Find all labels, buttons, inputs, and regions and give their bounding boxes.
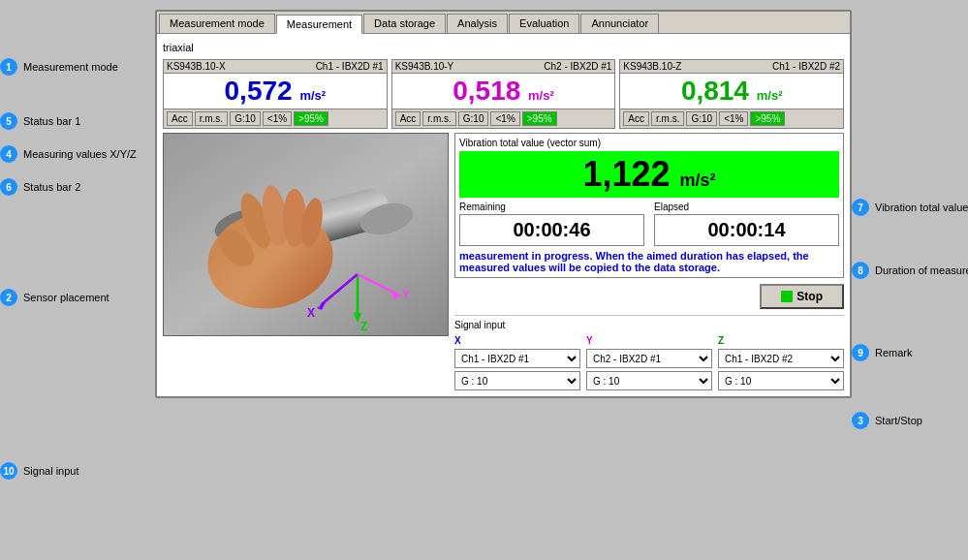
svg-text:Y: Y (402, 288, 410, 301)
label-6-text: Status bar 2 (23, 181, 80, 193)
channel-y-header: KS943B.10-Y Ch2 - IBX2D #1 (392, 60, 615, 74)
signal-z-device-select[interactable]: Ch1 - IBX2D #2 (718, 349, 844, 368)
right-label-8: 8 Duration of measurement (852, 262, 968, 279)
tab-measurement[interactable]: Measurement (276, 15, 362, 34)
label-measuring-values: 4 Measuring values X/Y/Z (0, 145, 155, 163)
status-z-acc[interactable]: Acc (623, 111, 649, 126)
status-x-gain[interactable]: G:10 (230, 111, 261, 126)
mode-row: triaxial (163, 40, 844, 55)
signal-channels: X Ch1 - IBX2D #1 G : 10 Y (454, 335, 844, 390)
signal-y-axis-label: Y (586, 335, 712, 346)
tab-analysis[interactable]: Analysis (447, 14, 508, 33)
channel-z-block: KS943B.10-Z Ch1 - IBX2D #2 0,814 m/s² Ac… (619, 59, 844, 129)
badge-5: 5 (0, 112, 17, 130)
signal-y-device-select[interactable]: Ch2 - IBX2D #1 (586, 349, 712, 368)
stop-label: Stop (796, 290, 823, 303)
main-bottom: Z X Y (163, 133, 844, 390)
badge-6: 6 (0, 178, 17, 196)
status-y-gain[interactable]: G:10 (458, 111, 489, 126)
tab-data-storage[interactable]: Data storage (363, 14, 446, 33)
label-5-text: Status bar 1 (23, 115, 80, 127)
label-9-text: Remark (875, 347, 913, 358)
label-7-text: Vibration total value (875, 202, 968, 213)
right-label-9: 9 Remark (852, 344, 968, 361)
left-labels: 1 Measurement mode 5 Status bar 1 4 Meas… (0, 10, 155, 485)
status-x-lt1[interactable]: <1% (263, 111, 292, 126)
channel-y-device: Ch2 - IBX2D #1 (544, 61, 611, 72)
right-label-7: 7 Vibration total value (852, 199, 968, 216)
label-measurement-mode: 1 Measurement mode (0, 58, 155, 76)
label-status-bar1: 5 Status bar 1 (0, 112, 155, 130)
signal-channel-y: Y Ch2 - IBX2D #1 G : 10 (586, 335, 712, 390)
badge-4: 4 (0, 145, 17, 163)
stop-green-indicator (781, 291, 793, 302)
label-1-text: Measurement mode (23, 61, 118, 73)
signal-input-section: Signal input X Ch1 - IBX2D #1 G : 10 (454, 315, 844, 390)
label-2-text: Sensor placement (23, 292, 109, 303)
signal-y-gain-select[interactable]: G : 10 (586, 371, 712, 390)
elapsed-col: Elapsed 00:00:14 (654, 202, 839, 246)
tab-evaluation[interactable]: Evaluation (509, 14, 579, 33)
label-status-bar2: 6 Status bar 2 (0, 178, 155, 196)
remaining-display: 00:00:46 (459, 214, 644, 246)
status-z-gain[interactable]: G:10 (686, 111, 717, 126)
label-10-text: Signal input (23, 465, 79, 477)
status-z-gt95[interactable]: >95% (750, 111, 785, 126)
status-x-rms[interactable]: r.m.s. (195, 111, 228, 126)
elapsed-display: 00:00:14 (654, 214, 839, 246)
status-y-acc[interactable]: Acc (395, 111, 422, 126)
signal-input-label: Signal input (454, 320, 844, 330)
channel-y-value: 0,518 m/s² (392, 74, 615, 109)
label-4-text: Measuring values X/Y/Z (23, 148, 137, 160)
right-label-3: 3 Start/Stop (852, 412, 968, 429)
channel-x-status: Acc r.m.s. G:10 <1% >95% (164, 109, 387, 128)
status-y-gt95[interactable]: >95% (522, 111, 557, 126)
remaining-col: Remaining 00:00:46 (459, 202, 644, 246)
signal-z-axis-label: Z (718, 335, 844, 346)
badge-10: 10 (0, 462, 17, 480)
badge-9: 9 (852, 344, 869, 361)
stop-button[interactable]: Stop (760, 284, 844, 309)
measurement-grid: KS943B.10-X Ch1 - IBX2D #1 0,572 m/s² Ac… (163, 59, 844, 129)
channel-x-header: KS943B.10-X Ch1 - IBX2D #1 (164, 60, 387, 74)
signal-x-axis-label: X (454, 335, 580, 346)
duration-row: Remaining 00:00:46 Elapsed 00:00:14 (459, 202, 839, 246)
total-value-label: Vibration total value (vector sum) (459, 138, 839, 148)
right-labels: 7 Vibration total value 8 Duration of me… (852, 10, 968, 439)
badge-2: 2 (0, 289, 17, 306)
status-x-acc[interactable]: Acc (167, 111, 193, 126)
tab-bar: Measurement mode Measurement Data storag… (157, 12, 850, 34)
svg-text:Z: Z (360, 320, 367, 333)
status-z-rms[interactable]: r.m.s. (651, 111, 684, 126)
panel-content: triaxial KS943B.10-X Ch1 - IBX2D #1 0,57… (157, 34, 850, 396)
status-y-rms[interactable]: r.m.s. (422, 111, 455, 126)
channel-y-block: KS943B.10-Y Ch2 - IBX2D #1 0,518 m/s² Ac… (391, 59, 616, 129)
status-z-lt1[interactable]: <1% (719, 111, 748, 126)
signal-x-device-select[interactable]: Ch1 - IBX2D #1 (454, 349, 580, 368)
channel-z-status: Acc r.m.s. G:10 <1% >95% (620, 109, 843, 128)
badge-8: 8 (852, 262, 869, 279)
channel-x-value: 0,572 m/s² (164, 74, 387, 109)
channel-z-value: 0,814 m/s² (620, 74, 843, 109)
label-signal-input: 10 Signal input (0, 462, 155, 480)
sensor-placement-image: Z X Y (163, 133, 449, 336)
channel-y-sensor: KS943B.10-Y (395, 61, 454, 72)
label-8-text: Duration of measurement (875, 264, 968, 276)
tab-measurement-mode[interactable]: Measurement mode (159, 14, 275, 33)
mode-value: triaxial (163, 42, 194, 53)
total-value-section: Vibration total value (vector sum) 1,122… (454, 133, 844, 278)
main-panel: Measurement mode Measurement Data storag… (155, 10, 852, 398)
signal-x-gain-select[interactable]: G : 10 (454, 371, 580, 390)
remark-text: measurement in progress. When the aimed … (459, 250, 839, 273)
channel-x-sensor: KS943B.10-X (167, 61, 226, 72)
channel-z-device: Ch1 - IBX2D #2 (772, 61, 840, 72)
channel-x-device: Ch1 - IBX2D #1 (316, 61, 384, 72)
tab-annunciator[interactable]: Annunciator (580, 14, 659, 33)
signal-channel-x: X Ch1 - IBX2D #1 G : 10 (454, 335, 580, 390)
channel-x-block: KS943B.10-X Ch1 - IBX2D #1 0,572 m/s² Ac… (163, 59, 388, 129)
status-x-gt95[interactable]: >95% (294, 111, 328, 126)
status-y-lt1[interactable]: <1% (490, 111, 519, 126)
elapsed-label: Elapsed (654, 202, 839, 212)
signal-z-gain-select[interactable]: G : 10 (718, 371, 844, 390)
badge-1: 1 (0, 58, 17, 76)
